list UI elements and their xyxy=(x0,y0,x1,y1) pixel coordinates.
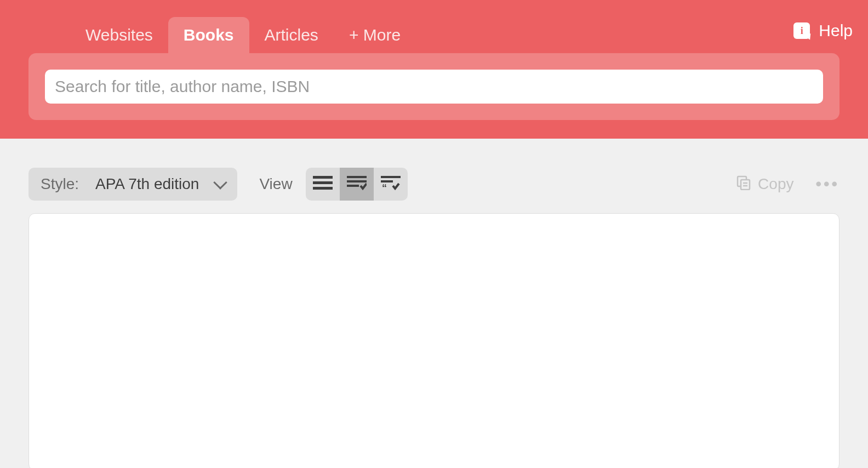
svg-rect-6 xyxy=(381,176,401,178)
chevron-down-icon xyxy=(214,175,227,189)
list-quote-icon: “ xyxy=(381,175,401,193)
tab-websites[interactable]: Websites xyxy=(70,17,168,53)
help-speech-bubble-icon: i xyxy=(793,22,810,39)
copy-button[interactable]: Copy xyxy=(736,175,793,194)
svg-rect-0 xyxy=(313,176,333,179)
tabs-row: Websites Books Articles + More i Help xyxy=(0,17,868,53)
style-dropdown[interactable]: Style: APA 7th edition xyxy=(28,168,237,201)
svg-text:“: “ xyxy=(382,182,387,191)
view-list-check-button[interactable] xyxy=(340,168,374,201)
toolbar: Style: APA 7th edition View “ xyxy=(0,155,868,213)
tab-more[interactable]: + More xyxy=(334,17,416,53)
svg-rect-3 xyxy=(347,176,367,178)
search-container xyxy=(28,53,840,120)
ellipsis-icon: ••• xyxy=(815,175,840,193)
list-check-icon xyxy=(347,175,367,193)
more-options-button[interactable]: ••• xyxy=(815,175,840,193)
search-input[interactable] xyxy=(45,70,823,104)
style-value: APA 7th edition xyxy=(95,175,199,193)
copy-label: Copy xyxy=(758,175,793,193)
view-buttons: “ xyxy=(306,168,408,201)
list-icon xyxy=(313,175,333,193)
tab-books[interactable]: Books xyxy=(168,17,249,53)
help-button[interactable]: i Help xyxy=(793,21,853,40)
header: Websites Books Articles + More i Help xyxy=(0,0,868,139)
tab-articles[interactable]: Articles xyxy=(249,17,334,53)
view-group: View “ xyxy=(259,168,407,201)
copy-icon xyxy=(736,175,751,194)
citation-canvas xyxy=(28,213,840,468)
svg-rect-2 xyxy=(313,187,333,190)
svg-rect-5 xyxy=(347,185,359,187)
right-tools: Copy ••• xyxy=(736,175,840,194)
view-list-button[interactable] xyxy=(306,168,340,201)
style-label: Style: xyxy=(41,175,79,193)
svg-rect-4 xyxy=(347,180,367,182)
svg-rect-10 xyxy=(741,180,750,190)
help-label: Help xyxy=(819,21,853,40)
view-list-quote-button[interactable]: “ xyxy=(374,168,408,201)
svg-rect-1 xyxy=(313,181,333,184)
view-label: View xyxy=(259,175,292,193)
